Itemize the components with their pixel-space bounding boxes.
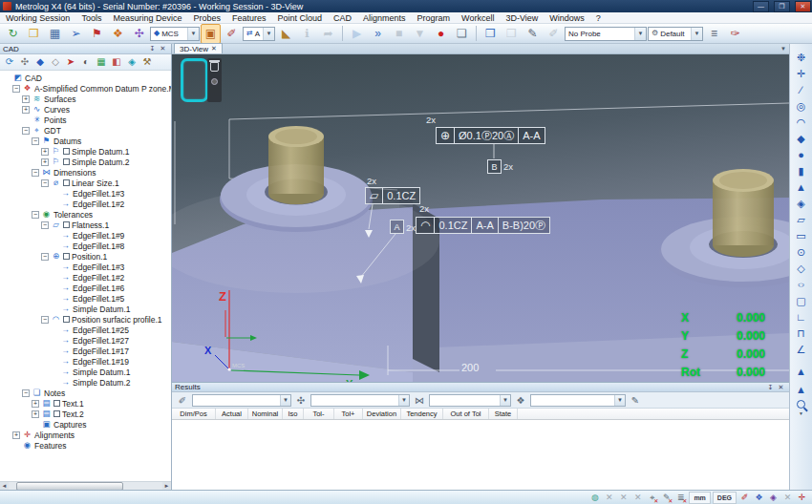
menu-probes[interactable]: Probes (187, 12, 226, 23)
annotate-icon[interactable]: ✎ (629, 393, 642, 407)
measure-circle-button[interactable]: ◎ (793, 98, 810, 114)
datum-a-box[interactable]: A (390, 220, 404, 234)
pin-icon[interactable]: ↧ (765, 383, 776, 391)
view-top-button[interactable]: ▲ (793, 382, 810, 397)
fcf-profile[interactable]: ◠ 0.1CZ A-A B-B)20Ⓟ (416, 217, 550, 234)
clear-features-icon[interactable]: ✕ (631, 493, 644, 503)
tree-item-simple-datum-1[interactable]: +⚐Simple Datum.1 (0, 146, 171, 157)
tree-item-simple-datum-1[interactable]: →Simple Datum.1 (0, 304, 171, 314)
measure-hexagon-button[interactable]: ◇ (793, 261, 810, 276)
tree-item-simple-datum-2[interactable]: →Simple Datum.2 (0, 377, 171, 388)
tree-item-edgefillet-1-2[interactable]: →EdgeFillet.1#2 (0, 272, 171, 283)
expander-icon[interactable]: + (41, 148, 49, 156)
save-session-button[interactable]: ▦ (45, 24, 65, 44)
tree-item-edgefillet-1-3[interactable]: →EdgeFillet.1#3 (0, 262, 171, 272)
clear-results-icon[interactable]: ✕ (617, 493, 630, 503)
run-program-button[interactable]: ▶ (347, 24, 367, 44)
cad-section-icon[interactable]: ◈ (125, 55, 139, 69)
new-report-button[interactable]: ❏ (452, 24, 472, 44)
clear-selection-icon[interactable]: ✕ (781, 493, 794, 503)
group-icon[interactable]: ❖ (514, 393, 527, 407)
column-header-actual[interactable]: Actual (216, 409, 248, 419)
qualify-probe-button[interactable]: ✐ (544, 24, 564, 44)
measure-round-feature-button[interactable]: ⊙ (793, 244, 810, 260)
layers-button[interactable]: ❖ (108, 24, 128, 44)
cad-view-button[interactable]: ▣ (201, 24, 221, 44)
tree-item-cad[interactable]: ◩CAD (0, 73, 171, 83)
chevron-down-icon[interactable]: ▼ (634, 28, 646, 40)
menu-alignments[interactable]: Alignments (357, 12, 412, 23)
expander-icon[interactable]: + (32, 410, 39, 418)
expander-icon[interactable]: − (32, 211, 39, 219)
probe-config-icon[interactable]: ✐ (738, 493, 751, 503)
datum-b-box[interactable]: B (487, 159, 502, 174)
tree-item-surfaces[interactable]: +≋Surfaces (0, 94, 171, 104)
tree-horizontal-scrollbar[interactable]: ◄ ► (0, 481, 171, 490)
menu-program[interactable]: Program (412, 12, 457, 23)
profile-combo[interactable]: ⚙Default▼ (648, 27, 703, 41)
info-button[interactable]: ℹ (297, 24, 317, 44)
expander-icon[interactable]: − (32, 137, 39, 145)
expander-icon[interactable]: + (12, 431, 20, 439)
measure-cone-button[interactable]: ▲ (793, 179, 810, 195)
expander-icon[interactable]: + (22, 106, 30, 114)
breakpoint-button[interactable]: ▼ (410, 24, 430, 44)
alignment-combo[interactable]: ⇄A▼ (243, 27, 275, 41)
pin-icon[interactable]: ↧ (147, 45, 158, 53)
results-table-body[interactable] (172, 420, 789, 490)
column-header-out-of-tol[interactable]: Out of Tol (443, 409, 489, 419)
probe-disconnected-icon[interactable]: ✎✕ (660, 493, 673, 503)
expander-icon[interactable]: − (41, 316, 49, 324)
column-header-state[interactable]: State (489, 409, 518, 419)
cad-kinematics-icon[interactable]: ✣ (18, 55, 32, 69)
chevron-down-icon[interactable]: ▼ (691, 28, 702, 40)
tree-item-edgefillet-1-9[interactable]: →EdgeFillet.1#9 (0, 230, 171, 241)
close-icon[interactable]: ✕ (158, 45, 168, 53)
expander-icon[interactable]: + (32, 400, 39, 408)
tree-item-curves[interactable]: +∿Curves (0, 104, 171, 115)
cad-tools-icon[interactable]: ⚒ (140, 55, 154, 69)
measure-line-button[interactable]: ∕ (793, 82, 810, 97)
fcf-position[interactable]: ⊕ Ø0.1Ⓟ20Ⓐ A-A (436, 127, 545, 144)
cad-model-icon[interactable]: ◆ (33, 55, 47, 69)
tree-item-notes[interactable]: −❏Notes (0, 388, 171, 398)
expander-icon[interactable]: + (22, 95, 30, 103)
tree-checkbox[interactable] (63, 316, 70, 323)
measure-ellipse-button[interactable]: ○ (793, 280, 810, 289)
calibrate-button[interactable]: ✑ (725, 24, 745, 44)
tree-item-edgefillet-1-2[interactable]: →EdgeFillet.1#2 (0, 199, 171, 209)
tree-item-text-1[interactable]: +▤Text.1 (0, 398, 171, 409)
sensor-disconnected-icon[interactable]: ≣✕ (674, 493, 687, 503)
tree-item-edgefillet-1-3[interactable]: →EdgeFillet.1#3 (0, 188, 171, 199)
tree-checkbox[interactable] (63, 179, 70, 186)
cad-capture-icon[interactable]: ▦ (95, 55, 108, 69)
probe-combo[interactable]: No Probe▼ (565, 27, 647, 41)
mcs-axes-button[interactable]: ✣ (129, 24, 149, 44)
cad-orbit-icon[interactable]: ◐ (79, 55, 93, 69)
tree-checkbox[interactable] (63, 148, 70, 155)
tree-checkbox[interactable] (53, 410, 60, 417)
column-header-deviation[interactable]: Deviation (363, 409, 401, 419)
measure-rectangle-button[interactable]: ▭ (793, 228, 810, 243)
record-button[interactable]: ● (431, 24, 451, 44)
chevron-down-icon[interactable]: ▼ (263, 28, 274, 40)
chevron-down-icon[interactable]: ▼ (280, 395, 290, 406)
menu-features[interactable]: Features (226, 12, 272, 23)
right-cylinder[interactable] (713, 169, 774, 257)
tree-item-alignments[interactable]: +✛Alignments (0, 430, 171, 440)
open-session-button[interactable]: ❒ (24, 24, 44, 44)
close-button[interactable]: ✕ (795, 1, 811, 12)
tree-item-simple-datum-1[interactable]: →Simple Datum.1 (0, 367, 171, 377)
tree-item-text-2[interactable]: +▤Text.2 (0, 409, 171, 419)
network-status-icon[interactable]: ◍ (588, 493, 601, 503)
tree-checkbox[interactable] (63, 253, 70, 260)
measure-surface-button[interactable]: ◈ (793, 196, 810, 211)
tree-item-linear-size-1[interactable]: −⌀Linear Size.1 (0, 178, 171, 188)
dimension-filter-icon[interactable]: ✐ (176, 393, 189, 407)
measure-parallelogram-button[interactable]: ▱ (793, 212, 810, 227)
probe-list-button[interactable]: ≡ (704, 24, 724, 44)
menu-point-cloud[interactable]: Point Cloud (271, 12, 328, 23)
column-header-tol[interactable]: Tol+ (334, 409, 363, 419)
expander-icon[interactable]: − (22, 389, 30, 397)
tree-item-edgefillet-1-27[interactable]: →EdgeFillet.1#27 (0, 335, 171, 346)
